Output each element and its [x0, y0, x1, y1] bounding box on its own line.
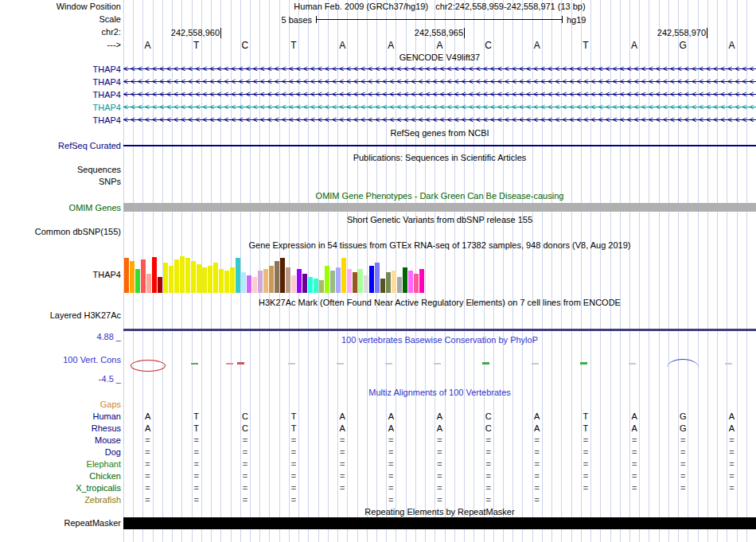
- strand-arrows: <<<<<<<<<<<<<<<<<<<<<<<<<<<<<<<<<<<<<<<<…: [123, 77, 756, 87]
- gtex-bar[interactable]: [330, 271, 335, 293]
- track-title-multiz: Multiz Alignments of 100 Vertebrates: [123, 388, 756, 398]
- gtex-bar[interactable]: [197, 264, 201, 293]
- alignment-cell: =: [123, 483, 172, 493]
- alignment-cell: =: [707, 483, 756, 493]
- gtex-bar[interactable]: [146, 274, 151, 293]
- gtex-bar[interactable]: [308, 277, 313, 293]
- track-label-sequences[interactable]: Sequences: [0, 165, 121, 175]
- gene-row[interactable]: <<<<<<<<<<<<<<<<<<<<<<<<<<<<<<<<<<<<<<<<…: [123, 64, 756, 74]
- gtex-bar[interactable]: [252, 277, 257, 293]
- gtex-bar[interactable]: [386, 272, 391, 293]
- gtex-bar[interactable]: [286, 267, 290, 293]
- gtex-bar[interactable]: [219, 269, 224, 293]
- gtex-bar[interactable]: [353, 272, 357, 293]
- gtex-bar[interactable]: [130, 261, 134, 293]
- gtex-bar[interactable]: [419, 269, 424, 293]
- gtex-bar[interactable]: [152, 257, 157, 293]
- gene-row[interactable]: <<<<<<<<<<<<<<<<<<<<<<<<<<<<<<<<<<<<<<<<…: [123, 90, 756, 99]
- gtex-bar[interactable]: [408, 271, 413, 293]
- gtex-bar[interactable]: [208, 266, 212, 293]
- gene-row[interactable]: <<<<<<<<<<<<<<<<<<<<<<<<<<<<<<<<<<<<<<<<…: [123, 103, 756, 112]
- gtex-bar[interactable]: [169, 266, 173, 293]
- gtex-bar[interactable]: [325, 266, 329, 293]
- gtex-bar[interactable]: [297, 269, 302, 293]
- omim-bar[interactable]: [123, 203, 756, 212]
- species-label[interactable]: Human: [0, 411, 121, 422]
- gtex-bar[interactable]: [347, 269, 352, 293]
- gtex-bar[interactable]: [213, 263, 218, 293]
- gtex-bar[interactable]: [397, 277, 402, 293]
- gtex-bar[interactable]: [341, 258, 346, 293]
- gtex-bar[interactable]: [275, 261, 279, 293]
- ruler-base: A: [415, 40, 464, 51]
- gtex-bar[interactable]: [319, 280, 324, 293]
- track-label-omim-genes[interactable]: OMIM Genes: [0, 203, 121, 213]
- gtex-bar[interactable]: [314, 279, 318, 293]
- species-label[interactable]: Elephant: [0, 459, 121, 470]
- gene-row[interactable]: <<<<<<<<<<<<<<<<<<<<<<<<<<<<<<<<<<<<<<<<…: [123, 77, 756, 87]
- gtex-bar[interactable]: [280, 258, 285, 293]
- track-label-100-vert-cons[interactable]: 100 Vert. Cons: [0, 355, 121, 365]
- alignment-cell: =: [123, 459, 172, 470]
- track-label-thap4[interactable]: THAP4: [0, 64, 121, 74]
- alignment-cell: =: [367, 471, 415, 482]
- track-label-thap4[interactable]: THAP4: [0, 77, 121, 87]
- gtex-bar[interactable]: [291, 275, 296, 293]
- gtex-bar[interactable]: [380, 279, 385, 293]
- gtex-bar[interactable]: [185, 258, 190, 293]
- gtex-bar[interactable]: [135, 269, 140, 293]
- gtex-bar[interactable]: [158, 277, 162, 293]
- gtex-bar[interactable]: [358, 269, 363, 293]
- scale-value-label: 5 bases: [239, 15, 312, 25]
- gtex-bar[interactable]: [375, 263, 380, 293]
- track-label-thap4[interactable]: THAP4: [0, 90, 121, 99]
- track-label-common-dbsnp[interactable]: Common dbSNP(155): [0, 227, 121, 237]
- alignment-cell: =: [172, 435, 220, 446]
- gtex-bar[interactable]: [141, 259, 146, 293]
- base-ruler[interactable]: ATCTAAACATAGA: [123, 40, 756, 51]
- alignment-cell: =: [464, 459, 512, 470]
- track-label-gtex-thap4[interactable]: THAP4: [0, 270, 121, 280]
- gtex-bar[interactable]: [236, 258, 240, 293]
- species-label[interactable]: Dog: [0, 447, 121, 458]
- refseq-line[interactable]: [123, 145, 756, 146]
- repeatmasker-bar[interactable]: [123, 517, 756, 529]
- gtex-bar[interactable]: [191, 261, 196, 293]
- species-label[interactable]: Rhesus: [0, 423, 121, 434]
- gtex-bar[interactable]: [336, 267, 341, 293]
- track-label-snps[interactable]: SNPs: [0, 177, 121, 187]
- gtex-bar[interactable]: [414, 274, 419, 293]
- gtex-bar[interactable]: [241, 272, 246, 293]
- species-label[interactable]: Mouse: [0, 435, 121, 446]
- track-label-thap4[interactable]: THAP4: [0, 103, 121, 112]
- gtex-bar[interactable]: [369, 266, 374, 293]
- gtex-bar[interactable]: [224, 271, 229, 293]
- gtex-bar[interactable]: [174, 259, 179, 293]
- gtex-bar[interactable]: [302, 274, 307, 293]
- gene-row[interactable]: <<<<<<<<<<<<<<<<<<<<<<<<<<<<<<<<<<<<<<<<…: [123, 115, 756, 125]
- alignment-cell: =: [707, 471, 756, 482]
- species-label[interactable]: X_tropicalis: [0, 483, 121, 493]
- track-label-thap4[interactable]: THAP4: [0, 115, 121, 125]
- gtex-bar[interactable]: [202, 267, 207, 293]
- gtex-bar[interactable]: [163, 263, 168, 293]
- species-label[interactable]: Chicken: [0, 471, 121, 482]
- gtex-bar[interactable]: [180, 256, 185, 293]
- gtex-bar[interactable]: [364, 275, 368, 293]
- gtex-bar[interactable]: [403, 267, 407, 293]
- h3k27ac-line[interactable]: [123, 329, 756, 331]
- track-label-refseq-curated[interactable]: RefSeq Curated: [0, 141, 121, 151]
- gtex-bar[interactable]: [124, 258, 129, 293]
- alignment-cell: =: [415, 447, 464, 458]
- gtex-bar[interactable]: [269, 266, 274, 293]
- gtex-bar[interactable]: [258, 271, 263, 293]
- gtex-bar-chart[interactable]: [124, 253, 427, 293]
- gtex-bar[interactable]: [247, 275, 251, 293]
- track-label-layered-h3k27ac[interactable]: Layered H3K27Ac: [0, 310, 121, 321]
- gtex-bar[interactable]: [230, 267, 235, 293]
- gtex-bar[interactable]: [392, 271, 396, 293]
- species-label[interactable]: Zebrafish: [0, 495, 121, 505]
- gtex-bar[interactable]: [263, 269, 268, 293]
- track-label-gaps[interactable]: Gaps: [0, 400, 121, 410]
- track-label-repeatmasker[interactable]: RepeatMasker: [0, 518, 121, 528]
